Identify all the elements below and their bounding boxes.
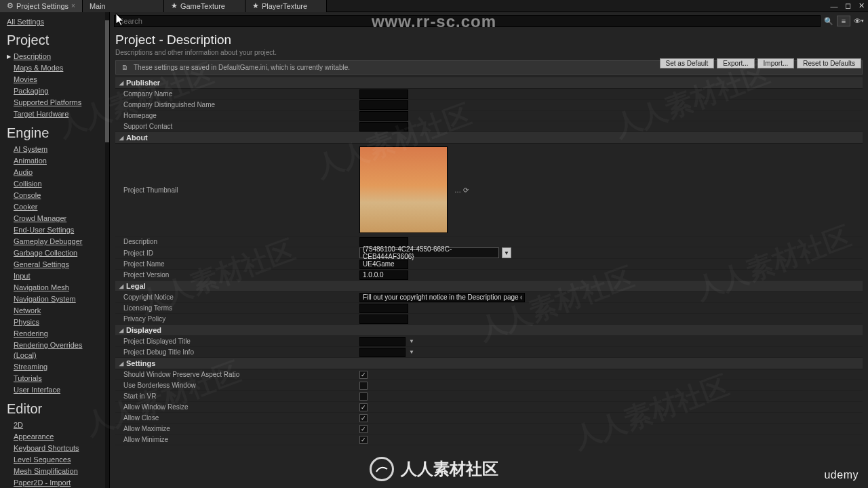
setting-checkbox[interactable]	[359, 403, 368, 411]
sidebar-item[interactable]: Collision	[7, 178, 102, 190]
import-button[interactable]: Import...	[757, 58, 795, 68]
chevron-down-icon[interactable]: ▼	[408, 337, 415, 346]
tab-label: GameTexture	[180, 2, 225, 10]
setting-checkbox[interactable]	[359, 382, 368, 390]
sidebar-item[interactable]: End-User Settings	[7, 224, 102, 236]
sidebar-item[interactable]: Audio	[7, 167, 102, 178]
sidebar-item[interactable]: Packaging	[7, 85, 102, 97]
setting-label: Use Borderless Window	[115, 382, 359, 389]
sidebar-item[interactable]: Navigation Mesh	[7, 282, 102, 293]
input-project-version[interactable]	[359, 270, 408, 280]
label-project-name: Project Name	[115, 260, 359, 268]
input-homepage[interactable]	[359, 111, 408, 121]
sidebar-item[interactable]: Level Sequences	[7, 454, 102, 466]
input-project-name[interactable]	[359, 260, 408, 269]
window-controls: — ◻ ✕	[827, 0, 868, 12]
sidebar-item[interactable]: Physics	[7, 317, 102, 328]
setting-label: Allow Window Resize	[115, 403, 359, 411]
section-publisher[interactable]: Publisher	[115, 77, 863, 89]
setting-label: Start in VR	[115, 392, 359, 400]
sidebar-item[interactable]: Appearance	[7, 431, 102, 443]
sidebar-item[interactable]: Keyboard Shortcuts	[7, 443, 102, 454]
dropdown-project-id[interactable]: {75486100-4C24-4550-668C-CEB444AF3606}	[359, 247, 499, 258]
setting-checkbox[interactable]	[359, 425, 368, 433]
project-thumbnail[interactable]	[359, 146, 448, 233]
sidebar-item[interactable]: Description	[7, 51, 102, 62]
sidebar-item[interactable]: Movies	[7, 74, 102, 85]
tab-gametexture[interactable]: ★ GameTexture	[164, 0, 245, 12]
label-debug-title: Project Debug Title Info	[115, 348, 359, 356]
close-icon[interactable]: ×	[71, 2, 75, 9]
scrollbar-thumb[interactable]	[105, 20, 109, 142]
setting-checkbox[interactable]	[359, 371, 368, 379]
sidebar-category: Engine	[7, 125, 102, 141]
sidebar-item[interactable]: Network	[7, 305, 102, 317]
sidebar-item[interactable]: Maps & Modes	[7, 62, 102, 74]
tab-main[interactable]: Main	[83, 0, 164, 12]
all-settings-link[interactable]: All Settings	[7, 18, 102, 26]
sidebar-item[interactable]: AI System	[7, 144, 102, 155]
dropdown-arrow-icon[interactable]: ▼	[502, 247, 511, 258]
sidebar-item[interactable]: Animation	[7, 155, 102, 167]
input-company-name[interactable]	[359, 89, 408, 99]
settings-content: 🔍 ≡ 👁▾ Project - Description Description…	[110, 12, 868, 488]
search-row: 🔍 ≡ 👁▾	[110, 12, 868, 30]
label-copyright: Copyright Notice	[115, 293, 359, 301]
setting-checkbox[interactable]	[359, 414, 368, 422]
input-debug-title[interactable]	[359, 348, 406, 357]
page-header: Project - Description Descriptions and o…	[110, 30, 868, 58]
section-legal[interactable]: Legal	[115, 281, 863, 292]
section-about[interactable]: About	[115, 132, 863, 144]
eye-icon[interactable]: 👁▾	[853, 16, 864, 26]
sidebar-item[interactable]: Rendering	[7, 328, 102, 340]
tab-playertexture[interactable]: ★ PlayerTexture	[245, 0, 327, 12]
sidebar-item[interactable]: Garbage Collection	[7, 247, 102, 259]
sidebar-item[interactable]: Paper2D - Import	[7, 477, 102, 488]
close-button[interactable]: ✕	[854, 0, 868, 12]
setting-checkbox[interactable]	[359, 392, 368, 401]
sidebar-item[interactable]: Navigation System	[7, 293, 102, 305]
details-panel: Publisher Company Name Company Distingui…	[110, 77, 868, 488]
input-privacy[interactable]	[359, 314, 408, 324]
maximize-button[interactable]: ◻	[841, 0, 854, 12]
search-input[interactable]	[114, 15, 821, 27]
export-button[interactable]: Export...	[717, 58, 754, 68]
sidebar-item[interactable]: Cooker	[7, 201, 102, 213]
page-title: Project - Description	[115, 33, 863, 47]
sidebar-item[interactable]: User Interface	[7, 384, 102, 396]
sidebar-item[interactable]: Console	[7, 190, 102, 201]
sidebar-item[interactable]: Mesh Simplification	[7, 466, 102, 477]
minimize-button[interactable]: —	[827, 0, 841, 12]
input-company-dn[interactable]	[359, 100, 408, 110]
setting-label: Allow Maximize	[115, 425, 359, 432]
sidebar-item[interactable]: Crowd Manager	[7, 213, 102, 224]
sidebar-item[interactable]: Rendering Overrides (Local)	[7, 340, 102, 361]
list-view-icon[interactable]: ≡	[837, 16, 850, 26]
input-support[interactable]	[359, 122, 408, 131]
page-subtitle: Descriptions and other information about…	[115, 49, 863, 56]
search-icon[interactable]: 🔍	[823, 16, 834, 26]
sidebar-item[interactable]: General Settings	[7, 259, 102, 270]
section-displayed[interactable]: Displayed	[115, 325, 863, 336]
sidebar-item[interactable]: Gameplay Debugger	[7, 236, 102, 247]
set-default-button[interactable]: Set as Default	[660, 58, 715, 68]
sidebar-item[interactable]: Target Hardware	[7, 108, 102, 120]
chevron-down-icon[interactable]: ▼	[408, 348, 415, 357]
input-displayed-title[interactable]	[359, 337, 406, 346]
input-copyright[interactable]	[359, 293, 525, 302]
section-settings[interactable]: Settings	[115, 358, 863, 369]
tab-label: Project Settings	[16, 2, 68, 10]
reset-button[interactable]: Reset to Defaults	[797, 58, 861, 68]
input-licensing[interactable]	[359, 304, 408, 313]
sidebar-item[interactable]: Supported Platforms	[7, 97, 102, 108]
sidebar-item[interactable]: Streaming	[7, 361, 102, 373]
label-homepage: Homepage	[115, 112, 359, 119]
sidebar-item[interactable]: 2D	[7, 420, 102, 431]
setting-checkbox[interactable]	[359, 436, 368, 444]
sidebar-item[interactable]: Tutorials	[7, 373, 102, 384]
thumbnail-browse[interactable]: … ⟳	[454, 186, 469, 194]
sidebar-scrollbar[interactable]	[105, 12, 109, 488]
star-icon: ★	[171, 3, 178, 9]
tab-project-settings[interactable]: ⚙ Project Settings ×	[0, 0, 83, 12]
sidebar-item[interactable]: Input	[7, 270, 102, 282]
